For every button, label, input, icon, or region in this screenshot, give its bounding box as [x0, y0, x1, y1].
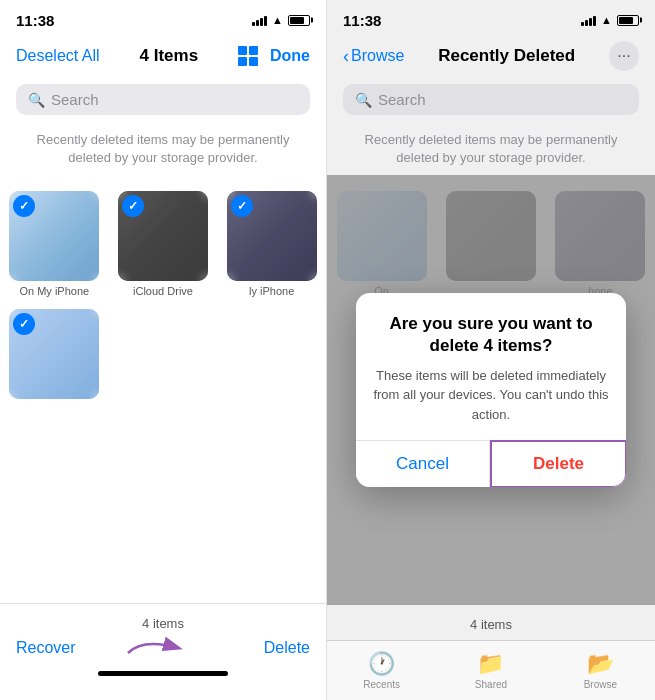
- chevron-left-icon: ‹: [343, 47, 349, 65]
- item-cell-2[interactable]: ✓ iCloud Drive: [109, 183, 218, 301]
- search-icon-left: 🔍: [28, 92, 45, 108]
- checkbox-3: ✓: [231, 195, 253, 217]
- item-thumbnail-2: ✓: [118, 191, 208, 281]
- battery-icon-right: [617, 15, 639, 26]
- back-button-right[interactable]: ‹ Browse: [343, 47, 404, 65]
- item-cell-3[interactable]: ✓ ly iPhone: [217, 183, 326, 301]
- item-thumbnail-3: ✓: [227, 191, 317, 281]
- confirm-dialog: Are you sure you want to delete 4 items?…: [356, 293, 626, 487]
- right-items-area: On hone Are you sure you want to delete …: [327, 175, 655, 605]
- tab-shared[interactable]: 📁 Shared: [436, 651, 545, 690]
- nav-title-left: 4 Items: [140, 46, 199, 66]
- back-label-right: Browse: [351, 47, 404, 65]
- recents-label: Recents: [363, 679, 400, 690]
- info-text-right: Recently deleted items may be permanentl…: [327, 123, 655, 175]
- dialog-actions: Cancel Delete: [356, 440, 626, 487]
- arrow-icon: [123, 633, 203, 663]
- item-label-2: iCloud Drive: [133, 285, 193, 297]
- search-placeholder-left: Search: [51, 91, 99, 108]
- browse-icon: 📂: [587, 651, 614, 677]
- tab-recents[interactable]: 🕐 Recents: [327, 651, 436, 690]
- more-button-right[interactable]: ···: [609, 41, 639, 71]
- nav-bar-right: ‹ Browse Recently Deleted ···: [327, 36, 655, 80]
- dialog-message: These items will be deleted immediately …: [372, 366, 610, 425]
- search-bar-left[interactable]: 🔍 Search: [16, 84, 310, 115]
- items-grid-left: ✓ On My iPhone ✓ iCloud Drive ✓ ly iPhon…: [0, 175, 326, 415]
- dialog-cancel-button[interactable]: Cancel: [356, 441, 490, 487]
- search-bar-right[interactable]: 🔍 Search: [343, 84, 639, 115]
- home-indicator-left: [98, 671, 228, 676]
- item-cell-4[interactable]: ✓: [0, 301, 109, 407]
- item-count-left: 4 items: [142, 616, 184, 631]
- wifi-icon-right: ▲: [601, 14, 612, 26]
- dialog-title: Are you sure you want to delete 4 items?: [372, 313, 610, 357]
- signal-icon: [252, 14, 267, 26]
- browse-label: Browse: [584, 679, 617, 690]
- bottom-actions-left: Recover Delete: [16, 639, 310, 657]
- status-icons-right: ▲: [581, 14, 639, 26]
- dialog-delete-button[interactable]: Delete: [490, 440, 626, 487]
- grid-view-button[interactable]: [238, 46, 258, 66]
- wifi-icon: ▲: [272, 14, 283, 26]
- done-button[interactable]: Done: [270, 47, 310, 65]
- item-cell-1[interactable]: ✓ On My iPhone: [0, 183, 109, 301]
- bottom-bar-right: 4 items: [327, 605, 655, 640]
- left-panel: 11:38 ▲ Deselect All 4 Items Don: [0, 0, 327, 700]
- battery-icon: [288, 15, 310, 26]
- signal-icon-right: [581, 14, 596, 26]
- item-label-3: ly iPhone: [249, 285, 294, 297]
- status-bar-right: 11:38 ▲: [327, 0, 655, 36]
- delete-button-left[interactable]: Delete: [264, 639, 310, 657]
- tab-browse[interactable]: 📂 Browse: [546, 651, 655, 690]
- search-icon-right: 🔍: [355, 92, 372, 108]
- info-text-left: Recently deleted items may be permanentl…: [0, 123, 326, 175]
- status-icons-left: ▲: [252, 14, 310, 26]
- shared-icon: 📁: [477, 651, 504, 677]
- recents-icon: 🕐: [368, 651, 395, 677]
- time-right: 11:38: [343, 12, 381, 29]
- status-bar-left: 11:38 ▲: [0, 0, 326, 36]
- right-panel: 11:38 ▲ ‹ Browse Recently Deleted ··· 🔍 …: [327, 0, 655, 700]
- search-placeholder-right: Search: [378, 91, 426, 108]
- item-thumbnail-1: ✓: [9, 191, 99, 281]
- time-left: 11:38: [16, 12, 54, 29]
- item-thumbnail-4: ✓: [9, 309, 99, 399]
- tab-bar-right: 🕐 Recents 📁 Shared 📂 Browse: [327, 640, 655, 700]
- nav-title-right: Recently Deleted: [438, 46, 575, 66]
- deselect-all-button[interactable]: Deselect All: [16, 47, 100, 65]
- bottom-bar-left: 4 items Recover Delete: [0, 603, 326, 700]
- item-count-right: 4 items: [470, 617, 512, 632]
- nav-bar-left: Deselect All 4 Items Done: [0, 36, 326, 80]
- dialog-overlay: Are you sure you want to delete 4 items?…: [327, 175, 655, 605]
- dialog-content: Are you sure you want to delete 4 items?…: [356, 293, 626, 440]
- shared-label: Shared: [475, 679, 507, 690]
- item-label-1: On My iPhone: [19, 285, 89, 297]
- recover-button[interactable]: Recover: [16, 639, 76, 657]
